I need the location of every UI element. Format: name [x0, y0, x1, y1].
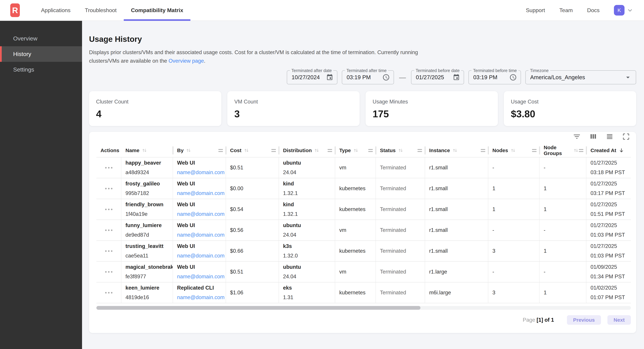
sidebar-item-settings[interactable]: Settings [0, 62, 82, 77]
avatar[interactable]: K [614, 5, 624, 15]
column-menu-icon[interactable] [218, 149, 223, 152]
cluster-id: 995b7182 [126, 190, 172, 196]
previous-page-button[interactable]: Previous [567, 315, 601, 325]
nav-item-compatibility-matrix[interactable]: Compatibility Matrix [124, 0, 190, 20]
terminated-before-time-field[interactable]: Terminated before time 03:19 PM [468, 70, 521, 84]
column-header-nodes[interactable]: Nodes [488, 144, 540, 157]
column-menu-icon[interactable] [579, 149, 583, 152]
sort-icon[interactable] [186, 148, 192, 153]
created-date: 01/27/2025 [590, 243, 629, 249]
more-actions-icon[interactable] [104, 249, 114, 254]
table-row: frosty_galileo995b7182 Web UIname@domain… [96, 178, 631, 199]
sidebar-item-history[interactable]: History [0, 46, 82, 62]
type-value: vm [339, 227, 376, 233]
sort-icon[interactable] [353, 148, 359, 153]
status-value: Terminated [380, 185, 425, 192]
created-date: 01/27/2025 [590, 181, 629, 187]
overview-page-link[interactable]: Overview page [168, 58, 204, 64]
nodes-value: 1 [492, 206, 539, 212]
sort-icon[interactable] [398, 148, 404, 153]
created-by-email-link[interactable]: name@domain.com [177, 274, 226, 280]
column-header-by[interactable]: By [173, 144, 226, 157]
cost-value: $0.51 [230, 269, 278, 275]
more-actions-icon[interactable] [104, 228, 114, 233]
column-header-cost[interactable]: Cost [226, 144, 279, 157]
terminated-after-time-field[interactable]: Terminated after time 03:19 PM [342, 70, 394, 84]
cluster-name: magical_stonebraker [126, 264, 172, 270]
fullscreen-icon[interactable] [621, 132, 631, 141]
replicated-logo[interactable]: R [10, 3, 20, 17]
table-row: trusting_leavittcae5ea11 Web UIname@doma… [96, 241, 631, 262]
sidebar-item-overview[interactable]: Overview [0, 31, 82, 46]
column-header-status[interactable]: Status [376, 144, 425, 157]
created-date: 01/27/2025 [590, 160, 629, 166]
more-actions-icon[interactable] [104, 165, 114, 170]
stat-card-usage-cost: Usage Cost $3.80 [504, 91, 636, 126]
node-groups-value: 1 [544, 185, 586, 192]
row-actions-cell [96, 220, 121, 240]
created-by-email-link[interactable]: name@domain.com [177, 211, 226, 217]
column-header-distribution[interactable]: Distribution [279, 144, 335, 157]
nav-item-troubleshoot[interactable]: Troubleshoot [78, 0, 124, 20]
column-header-name[interactable]: Name [121, 144, 173, 157]
column-header-instance[interactable]: Instance [425, 144, 488, 157]
created-by-email-link[interactable]: name@domain.com [177, 190, 226, 196]
distribution-version: 1.32.0 [283, 253, 335, 259]
nav-link-support[interactable]: Support [526, 7, 545, 13]
horizontal-scrollbar-thumb[interactable] [96, 306, 420, 310]
created-by-source: Web UI [177, 181, 226, 187]
field-value: 10/27/2024 [292, 74, 320, 81]
column-menu-icon[interactable] [481, 149, 485, 152]
clock-icon[interactable] [509, 74, 517, 81]
top-nav: R Applications Troubleshoot Compatibilit… [0, 0, 644, 21]
created-time: 01:34 PM PST [590, 274, 629, 280]
columns-icon[interactable] [588, 132, 598, 141]
cluster-name: trusting_leavitt [126, 243, 172, 249]
clock-icon[interactable] [382, 74, 390, 81]
column-menu-icon[interactable] [532, 149, 536, 152]
terminated-before-date-field[interactable]: Terminated before date 01/27/2025 [411, 70, 464, 84]
terminated-after-date-field[interactable]: Terminated after date 10/27/2024 [287, 70, 338, 84]
node-groups-value: 1 [544, 248, 586, 254]
nav-link-team[interactable]: Team [560, 7, 573, 13]
sort-icon[interactable] [510, 148, 516, 153]
date-range-separator: — [398, 74, 406, 81]
field-value: 01/27/2025 [416, 74, 444, 81]
column-menu-icon[interactable] [368, 149, 373, 152]
created-by-email-link[interactable]: name@domain.com [177, 232, 226, 238]
sort-desc-icon[interactable] [618, 147, 624, 153]
more-actions-icon[interactable] [104, 207, 114, 212]
cluster-id: de9ed87d [126, 232, 172, 238]
chevron-down-icon[interactable] [626, 6, 634, 14]
sort-icon[interactable] [244, 148, 249, 153]
column-header-type[interactable]: Type [335, 144, 376, 157]
type-value: vm [339, 165, 376, 171]
calendar-icon[interactable] [326, 74, 333, 81]
sort-icon[interactable] [452, 148, 458, 153]
table-row: funny_lumierede9ed87d Web UIname@domain.… [96, 220, 631, 241]
nav-link-docs[interactable]: Docs [587, 7, 600, 13]
more-actions-icon[interactable] [104, 290, 114, 295]
created-by-email-link[interactable]: name@domain.com [177, 294, 226, 301]
calendar-icon[interactable] [453, 74, 460, 81]
dropdown-arrow-icon[interactable] [624, 73, 632, 81]
distribution-name: eks [283, 285, 335, 291]
sort-icon[interactable] [573, 148, 579, 153]
more-actions-icon[interactable] [104, 186, 114, 191]
timezone-select[interactable]: Timezone America/Los_Angeles [526, 70, 636, 84]
sort-icon[interactable] [314, 148, 320, 153]
nav-item-applications[interactable]: Applications [34, 0, 78, 20]
created-by-email-link[interactable]: name@domain.com [177, 253, 226, 259]
column-menu-icon[interactable] [272, 149, 276, 152]
cluster-id: a48d9324 [126, 169, 172, 176]
density-icon[interactable] [605, 132, 614, 141]
column-menu-icon[interactable] [418, 149, 422, 152]
column-header-node-groups[interactable]: Node Groups [540, 144, 586, 157]
filter-icon[interactable] [572, 132, 582, 141]
column-header-created-at[interactable]: Created At [586, 144, 629, 157]
created-by-email-link[interactable]: name@domain.com [177, 169, 226, 176]
next-page-button[interactable]: Next [608, 315, 631, 325]
more-actions-icon[interactable] [104, 270, 114, 274]
sort-icon[interactable] [142, 148, 147, 153]
column-menu-icon[interactable] [328, 149, 332, 152]
